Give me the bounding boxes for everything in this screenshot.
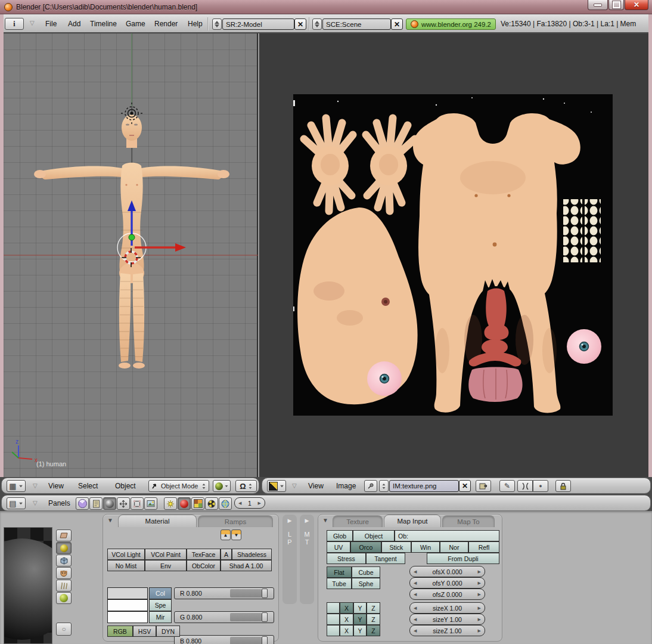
- toggle-stress[interactable]: Stress: [327, 553, 366, 564]
- frame-increment-icon[interactable]: ▶: [258, 501, 261, 506]
- field-ofsz[interactable]: ◀ofsZ 0.000▶: [409, 589, 485, 600]
- menu-render[interactable]: Render: [154, 20, 178, 28]
- collapsed-panel-links-pipeline[interactable]: ▶ L P: [282, 515, 297, 604]
- uv-dot-button[interactable]: ●: [533, 480, 548, 492]
- axis-blank-row1[interactable]: [327, 602, 340, 614]
- axis-blank-row3[interactable]: [327, 625, 340, 636]
- toggle-stick[interactable]: Stick: [381, 541, 411, 553]
- button-spe[interactable]: Spe: [149, 599, 172, 611]
- menu-object[interactable]: Object: [115, 482, 136, 490]
- axis-x-row1[interactable]: X: [340, 602, 353, 614]
- frame-number-field[interactable]: ◀ 1 ▶: [234, 497, 265, 509]
- increment-icon[interactable]: ▶: [478, 581, 481, 586]
- header-collapse-icon[interactable]: ▽: [30, 20, 35, 26]
- rotation-pivot-button[interactable]: Ω: [235, 480, 257, 492]
- toggle-orco[interactable]: Orco: [350, 541, 381, 553]
- toggle-object[interactable]: Object: [353, 530, 395, 541]
- viewport-3d[interactable]: z x (1) human: [4, 33, 258, 477]
- menu-help[interactable]: Help: [188, 20, 203, 28]
- tab-material[interactable]: Material: [118, 515, 197, 527]
- axis-z-row3[interactable]: Z: [367, 625, 380, 636]
- preview-cube-button[interactable]: [56, 555, 72, 566]
- screen-delete-button[interactable]: ✕: [294, 18, 306, 30]
- context-shading-button[interactable]: [103, 497, 116, 510]
- maximize-button[interactable]: [608, 0, 624, 10]
- header-collapse-icon[interactable]: ▽: [292, 482, 297, 489]
- tab-map-to[interactable]: Map To: [442, 515, 495, 527]
- subcontext-texture-button[interactable]: [191, 497, 204, 510]
- subcontext-radiosity-button[interactable]: [205, 497, 218, 510]
- y-handle[interactable]: [129, 234, 135, 240]
- menu-select[interactable]: Select: [78, 482, 98, 490]
- menu-image[interactable]: Image: [336, 482, 356, 490]
- material-sort-up-button[interactable]: ▲: [221, 530, 231, 540]
- editor-type-button-3d[interactable]: ▦: [7, 480, 26, 492]
- editor-type-button-buttons[interactable]: ▤: [7, 497, 26, 509]
- preview-monkey-button[interactable]: [56, 567, 72, 579]
- screen-name-field[interactable]: SR:2-Model: [222, 18, 294, 30]
- field-ofsx[interactable]: ◀ofsX 0.000▶: [409, 566, 485, 577]
- slider-b[interactable]: B 0.800: [174, 635, 274, 644]
- decrement-icon[interactable]: ◀: [414, 592, 417, 597]
- axis-z-row1[interactable]: Z: [367, 602, 380, 614]
- toggle-refl[interactable]: Refl: [468, 541, 499, 553]
- slider-r[interactable]: R 0.800: [174, 587, 274, 599]
- scene-browse-button[interactable]: [312, 18, 322, 30]
- increment-icon[interactable]: ▶: [478, 592, 481, 597]
- panel-collapse-icon[interactable]: ▼: [322, 517, 328, 524]
- axis-x-row3[interactable]: X: [340, 625, 353, 636]
- button-mir[interactable]: Mir: [149, 611, 172, 623]
- field-sizez[interactable]: ◀sizeZ 1.00▶: [409, 625, 485, 636]
- preview-flat-button[interactable]: [56, 530, 72, 541]
- axis-y-row2[interactable]: Y: [353, 614, 367, 625]
- button-dyn[interactable]: DYN: [156, 626, 180, 637]
- increment-icon[interactable]: ▶: [478, 617, 481, 622]
- titlebar[interactable]: Blender [C:\Users\adib\Documents\blender…: [0, 0, 652, 14]
- preview-sphere-button[interactable]: [56, 542, 72, 554]
- header-collapse-icon[interactable]: ▽: [33, 500, 38, 506]
- field-ofsy[interactable]: ◀ofsY 0.000▶: [409, 577, 485, 589]
- menu-view[interactable]: View: [48, 482, 64, 490]
- screen-browse-button[interactable]: [212, 18, 222, 30]
- editor-type-button-image[interactable]: [267, 480, 286, 492]
- axis-y-row1[interactable]: Y: [353, 602, 367, 614]
- toggle-vcol-paint[interactable]: VCol Paint: [145, 549, 187, 560]
- toggle-win[interactable]: Win: [411, 541, 440, 553]
- button-hsv[interactable]: HSV: [133, 626, 156, 637]
- draw-type-button[interactable]: [213, 480, 231, 492]
- axis-x-row2[interactable]: X: [340, 614, 353, 625]
- decrement-icon[interactable]: ◀: [414, 569, 417, 574]
- decrement-icon[interactable]: ◀: [414, 581, 417, 586]
- axis-z-row2[interactable]: Z: [367, 614, 380, 625]
- image-reload-button[interactable]: [476, 480, 491, 492]
- tab-ramps[interactable]: Ramps: [198, 515, 273, 527]
- lock-button[interactable]: [555, 480, 571, 492]
- ob-name-field[interactable]: Ob:: [395, 530, 499, 541]
- header-collapse-icon[interactable]: ▽: [33, 482, 38, 489]
- menu-game[interactable]: Game: [126, 20, 145, 28]
- editor-type-button-info[interactable]: i: [5, 18, 24, 30]
- scene-delete-button[interactable]: ✕: [391, 18, 403, 30]
- increment-icon[interactable]: ▶: [478, 606, 481, 611]
- color-swatch-specular[interactable]: [107, 599, 148, 611]
- button-col[interactable]: Col: [149, 587, 172, 599]
- toggle-from-dupli[interactable]: From Dupli: [427, 553, 499, 564]
- draw-tool-button[interactable]: ✎: [499, 480, 515, 492]
- frame-decrement-icon[interactable]: ◀: [238, 501, 241, 506]
- preview-osa-button[interactable]: ○: [56, 623, 72, 636]
- context-object-button[interactable]: [117, 497, 130, 510]
- uv-squeeze-button[interactable]: [517, 480, 533, 492]
- toggle-no-mist[interactable]: No Mist: [107, 560, 145, 571]
- menu-file[interactable]: File: [45, 20, 57, 28]
- toggle-glob[interactable]: Glob: [327, 530, 353, 541]
- subcontext-world-button[interactable]: [219, 497, 232, 510]
- tab-texture[interactable]: Texture: [333, 515, 383, 527]
- image-unlink-button[interactable]: ✕: [459, 480, 471, 492]
- decrement-icon[interactable]: ◀: [414, 617, 417, 622]
- toggle-sphe[interactable]: Sphe: [352, 578, 380, 589]
- minimize-button[interactable]: [588, 0, 608, 10]
- panel-collapse-icon[interactable]: ▼: [107, 517, 113, 524]
- increment-icon[interactable]: ▶: [478, 628, 481, 633]
- decrement-icon[interactable]: ◀: [414, 606, 417, 611]
- viewport-3d-canvas[interactable]: z x (1) human: [4, 33, 258, 477]
